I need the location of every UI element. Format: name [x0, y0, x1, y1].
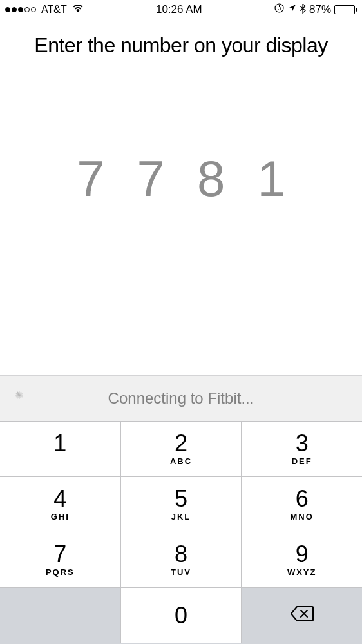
key-3[interactable]: 3 DEF — [242, 422, 362, 477]
svg-point-0 — [275, 4, 283, 12]
key-8[interactable]: 8 TUV — [121, 532, 242, 588]
spinner-icon — [12, 391, 27, 406]
key-9[interactable]: 9 WXYZ — [242, 532, 362, 588]
rotation-lock-icon — [274, 3, 284, 16]
battery-icon — [334, 5, 357, 14]
bluetooth-icon — [300, 3, 306, 17]
key-digit: 3 — [296, 432, 309, 455]
status-banner: Connecting to Fitbit... — [0, 375, 362, 422]
key-5[interactable]: 5 JKL — [121, 477, 242, 532]
key-letters: MNO — [291, 512, 314, 522]
digit-0: 7 — [77, 150, 104, 208]
keypad-row: 4 GHI 5 JKL 6 MNO — [0, 477, 362, 532]
key-letters: DEF — [292, 456, 312, 466]
carrier-label: AT&T — [41, 4, 67, 15]
numeric-keypad: 1 2 ABC 3 DEF 4 GHI 5 JKL 6 MNO 7 PQRS — [0, 422, 362, 644]
key-digit: 5 — [175, 487, 187, 511]
location-icon — [287, 3, 296, 16]
key-digit: 8 — [175, 543, 187, 566]
digit-3: 1 — [257, 150, 285, 208]
key-2[interactable]: 2 ABC — [121, 422, 242, 477]
entered-code: 7 7 8 1 — [0, 150, 362, 208]
keypad-row: 0 — [0, 588, 362, 643]
key-letters: TUV — [171, 567, 191, 577]
key-letters: GHI — [51, 512, 70, 522]
wifi-icon — [72, 3, 84, 16]
key-digit: 4 — [53, 487, 66, 511]
key-letters: PQRS — [46, 567, 75, 577]
key-1[interactable]: 1 — [0, 422, 121, 477]
battery-percent: 87% — [309, 3, 331, 16]
key-digit: 6 — [296, 487, 309, 511]
status-right: 87% — [274, 3, 357, 17]
key-digit: 9 — [296, 543, 309, 566]
key-digit: 7 — [53, 543, 66, 566]
keypad-row: 1 2 ABC 3 DEF — [0, 422, 362, 477]
key-digit: 2 — [175, 432, 187, 455]
key-letters: ABC — [170, 456, 192, 466]
status-text: Connecting to Fitbit... — [27, 389, 362, 407]
key-blank — [0, 588, 121, 643]
key-digit: 0 — [175, 604, 187, 627]
backspace-icon — [291, 605, 314, 627]
key-letters: WXYZ — [287, 567, 317, 577]
key-4[interactable]: 4 GHI — [0, 477, 121, 532]
page-title: Enter the number on your display — [0, 19, 362, 59]
key-7[interactable]: 7 PQRS — [0, 532, 121, 588]
signal-strength-icon — [5, 7, 36, 12]
digit-2: 8 — [197, 150, 225, 208]
key-delete[interactable] — [242, 588, 362, 643]
clock: 10:26 AM — [156, 3, 202, 16]
key-digit: 1 — [53, 432, 66, 455]
keypad-row: 7 PQRS 8 TUV 9 WXYZ — [0, 532, 362, 588]
key-letters: JKL — [171, 512, 191, 522]
key-6[interactable]: 6 MNO — [242, 477, 362, 532]
digit-1: 7 — [137, 150, 165, 208]
status-bar: AT&T 10:26 AM 87% — [0, 0, 362, 19]
key-0[interactable]: 0 — [121, 588, 242, 643]
status-left: AT&T — [5, 3, 84, 16]
